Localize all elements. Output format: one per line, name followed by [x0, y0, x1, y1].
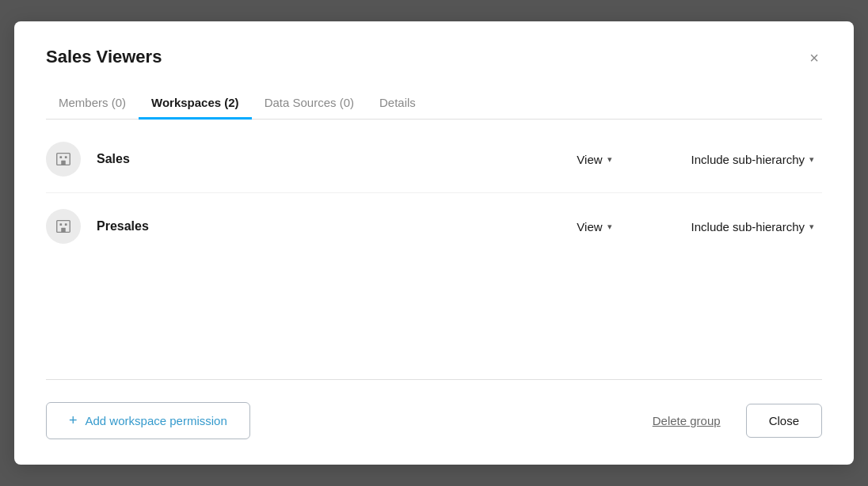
chevron-icon-permission-sales: ▾	[607, 154, 612, 165]
workspace-icon-sales	[46, 142, 81, 177]
modal-dialog: Sales Viewers × Members (0) Workspaces (…	[14, 21, 854, 465]
hierarchy-dropdown-sales[interactable]: Include sub-hierarchy ▾	[683, 148, 822, 171]
modal-header: Sales Viewers ×	[46, 47, 822, 69]
close-button[interactable]: Close	[746, 404, 822, 438]
hierarchy-dropdown-presales[interactable]: Include sub-hierarchy ▾	[683, 215, 822, 238]
building-icon-2	[55, 218, 72, 235]
svg-rect-1	[59, 156, 62, 158]
hierarchy-value-sales: Include sub-hierarchy	[691, 153, 805, 166]
tab-bar: Members (0) Workspaces (2) Data Sources …	[46, 88, 822, 120]
footer-right-actions: Delete group Close	[640, 404, 822, 438]
tab-members[interactable]: Members (0)	[46, 88, 139, 120]
building-icon	[55, 150, 72, 168]
tab-content: Sales View ▾ Include sub-hierarchy ▾	[46, 120, 822, 366]
svg-rect-5	[59, 223, 62, 226]
workspace-name-presales: Presales	[97, 219, 569, 234]
permission-dropdown-presales[interactable]: View ▾	[569, 215, 619, 238]
workspace-name-sales: Sales	[97, 152, 569, 166]
close-icon-button[interactable]: ×	[806, 47, 822, 69]
permission-dropdown-sales[interactable]: View ▾	[569, 148, 619, 171]
plus-icon: +	[69, 412, 78, 429]
svg-rect-6	[65, 223, 67, 226]
footer-divider	[46, 379, 822, 380]
chevron-icon-permission-presales: ▾	[607, 222, 612, 232]
svg-rect-7	[61, 228, 66, 233]
workspace-row-presales: Presales View ▾ Include sub-hierarchy ▾	[46, 193, 822, 260]
svg-rect-3	[61, 161, 66, 165]
modal-footer: + Add workspace permission Delete group …	[46, 393, 822, 439]
tab-workspaces[interactable]: Workspaces (2)	[139, 88, 252, 120]
chevron-icon-hierarchy-presales: ▾	[809, 222, 814, 232]
workspace-row-sales: Sales View ▾ Include sub-hierarchy ▾	[46, 126, 822, 193]
tab-data-sources[interactable]: Data Sources (0)	[252, 88, 367, 120]
svg-rect-2	[65, 156, 67, 158]
workspace-icon-presales	[46, 209, 81, 244]
add-workspace-permission-label: Add workspace permission	[86, 414, 227, 427]
modal-overlay: Sales Viewers × Members (0) Workspaces (…	[0, 0, 868, 486]
delete-group-button[interactable]: Delete group	[640, 406, 733, 435]
permission-value-presales: View	[577, 220, 602, 234]
permission-value-sales: View	[577, 153, 602, 166]
modal-title: Sales Viewers	[46, 47, 162, 67]
tab-details[interactable]: Details	[367, 88, 428, 120]
hierarchy-value-presales: Include sub-hierarchy	[691, 220, 805, 234]
add-workspace-permission-button[interactable]: + Add workspace permission	[46, 402, 250, 439]
chevron-icon-hierarchy-sales: ▾	[809, 154, 814, 165]
